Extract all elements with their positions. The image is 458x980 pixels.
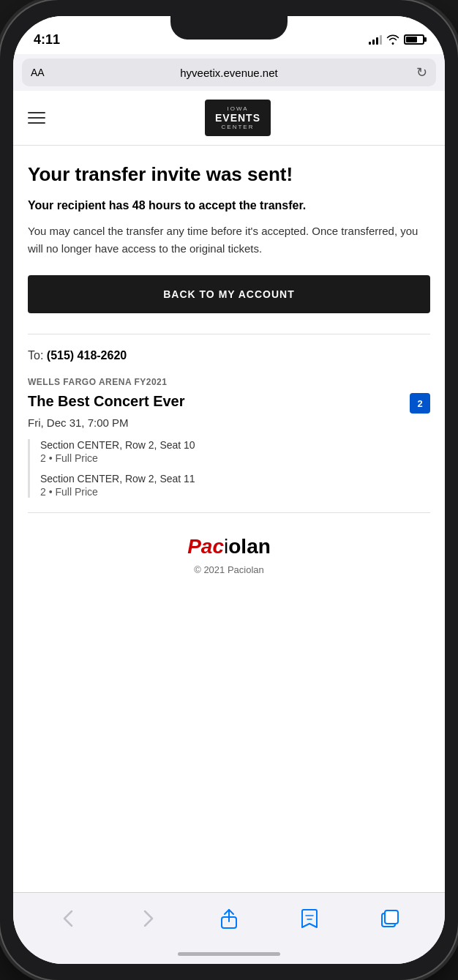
ticket-seat-1: Section CENTER, Row 2, Seat 10 — [40, 439, 430, 451]
ticket-item: Section CENTER, Row 2, Seat 11 2 • Full … — [40, 473, 430, 498]
recipient-phone: (515) 418-2620 — [47, 349, 127, 362]
phone-screen: 4:11 AA — [13, 16, 445, 964]
safari-toolbar — [13, 892, 445, 943]
forward-navigation-button[interactable] — [134, 904, 163, 933]
ticket-count-badge: 2 — [410, 393, 430, 414]
refresh-icon[interactable]: ↻ — [416, 64, 427, 81]
event-date: Fri, Dec 31, 7:00 PM — [28, 416, 430, 429]
status-time: 4:11 — [34, 32, 60, 48]
back-to-account-button[interactable]: BACK TO MY ACCOUNT — [28, 275, 430, 313]
url-display[interactable]: hyveetix.evenue.net — [180, 67, 277, 79]
paciolan-logo: Paciolan — [42, 535, 416, 558]
copyright-text: © 2021 Paciolan — [42, 564, 416, 575]
hamburger-menu[interactable] — [28, 112, 45, 124]
ticket-item: Section CENTER, Row 2, Seat 10 2 • Full … — [40, 439, 430, 464]
recipient-label: To: (515) 418-2620 — [28, 349, 430, 362]
event-row: The Best Concert Ever 2 — [28, 393, 430, 414]
ticket-type-1: 2 • Full Price — [40, 452, 430, 464]
home-bar — [178, 952, 280, 956]
logo-container: IOWA EVENTS CENTER — [45, 100, 430, 136]
battery-icon — [404, 34, 424, 45]
phone-notch — [170, 16, 288, 40]
phone-frame: 4:11 AA — [0, 0, 458, 980]
footer: Paciolan © 2021 Paciolan — [28, 512, 430, 590]
signal-icon — [369, 34, 382, 45]
transfer-title: Your transfer invite was sent! — [28, 163, 430, 186]
event-name: The Best Concert Ever — [28, 393, 185, 410]
section-divider — [28, 334, 430, 334]
nav-bar: IOWA EVENTS CENTER — [13, 91, 445, 146]
ticket-seat-2: Section CENTER, Row 2, Seat 11 — [40, 473, 430, 485]
page-content: Your transfer invite was sent! Your reci… — [13, 146, 445, 607]
address-bar-container: AA hyveetix.evenue.net ↻ — [13, 54, 445, 91]
ticket-list: Section CENTER, Row 2, Seat 10 2 • Full … — [28, 439, 430, 498]
address-bar[interactable]: AA hyveetix.evenue.net ↻ — [22, 59, 436, 86]
paciolan-olan: olan — [228, 535, 271, 558]
transfer-subtitle: Your recipient has 48 hours to accept th… — [28, 198, 430, 214]
svg-rect-2 — [385, 910, 398, 924]
recipient-prefix: To: — [28, 349, 47, 362]
logo-iowa-text: IOWA — [215, 105, 260, 112]
logo-center-text: CENTER — [215, 124, 260, 130]
tabs-button[interactable] — [375, 904, 405, 933]
ticket-type-2: 2 • Full Price — [40, 486, 430, 498]
home-indicator — [13, 943, 445, 964]
venue-name: WELLS FARGO ARENA FY2021 — [28, 377, 430, 387]
transfer-description: You may cancel the transfer any time bef… — [28, 222, 430, 258]
share-button[interactable] — [214, 904, 244, 933]
browser-content: IOWA EVENTS CENTER Your transfer invite … — [13, 91, 445, 892]
logo-events-text: EVENTS — [215, 112, 260, 124]
wifi-icon — [386, 34, 399, 45]
paciolan-pac: Pac — [187, 535, 224, 558]
status-icons — [369, 34, 424, 45]
back-navigation-button[interactable] — [53, 904, 83, 933]
aa-button[interactable]: AA — [31, 67, 45, 78]
venue-logo: IOWA EVENTS CENTER — [205, 100, 271, 136]
bookmarks-button[interactable] — [295, 904, 324, 933]
